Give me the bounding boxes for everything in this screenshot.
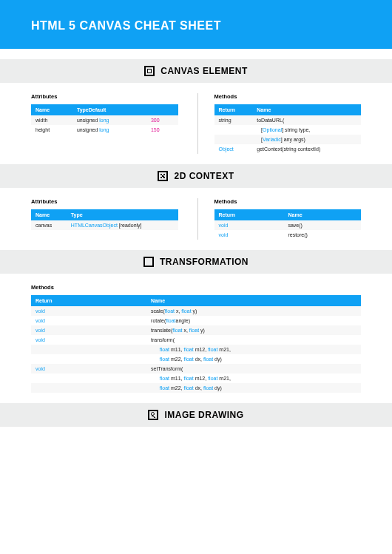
col-type: Type — [67, 209, 178, 220]
transformation-methods-panel: Methods ReturnName voidscale(float x, fl… — [31, 284, 361, 393]
col-return: Return — [214, 209, 284, 220]
col-name: Name — [146, 295, 361, 306]
section-label: IMAGE DRAWING — [164, 410, 243, 420]
table-row: float m11, float m12, float m21, — [31, 345, 361, 354]
section-2d-context: 2D CONTEXT — [0, 164, 392, 188]
context-attributes-panel: Attributes NameType canvasHTMLCanvasObje… — [31, 198, 178, 240]
table-row: float m11, float m12, float m21, — [31, 374, 361, 383]
page-title: HTML 5 CANVAS CHEAT SHEET — [0, 0, 392, 49]
attributes-heading: Attributes — [31, 93, 178, 100]
table-row: canvasHTMLCanvasObject [readonly] — [31, 220, 178, 230]
canvas-methods-table: ReturnName stringtoDataURL( [Optional] s… — [214, 104, 362, 154]
context-methods-panel: Methods ReturnName voidsave() voidrestor… — [197, 198, 362, 240]
col-name: Name — [252, 104, 361, 115]
section-label: CANVAS ELEMENT — [160, 66, 247, 76]
col-name: Name — [31, 104, 72, 115]
table-row: voidrestore() — [214, 230, 362, 240]
table-row: voidsave() — [214, 220, 362, 230]
section-label: TRANSFORMATION — [160, 257, 249, 267]
methods-heading: Methods — [214, 198, 362, 205]
context-attributes-table: NameType canvasHTMLCanvasObject [readonl… — [31, 209, 178, 230]
methods-heading: Methods — [31, 284, 361, 291]
image-drawing-icon — [148, 410, 158, 420]
table-row: stringtoDataURL( — [214, 115, 362, 125]
section-image-drawing: IMAGE DRAWING — [0, 403, 392, 427]
col-name: Name — [31, 209, 67, 220]
attributes-heading: Attributes — [31, 198, 178, 205]
section-label: 2D CONTEXT — [174, 171, 234, 181]
table-row: voidtranslate(float x, float y) — [31, 325, 361, 335]
context-methods-table: ReturnName voidsave() voidrestore() — [214, 209, 362, 240]
section-transformation: TRANSFORMATION — [0, 250, 392, 274]
table-row: voidsetTransform( — [31, 364, 361, 374]
table-row: [Optional] string type, — [214, 125, 362, 135]
canvas-attributes-panel: Attributes NameTypeDefault widthunsigned… — [31, 93, 178, 154]
transformation-methods-table: ReturnName voidscale(float x, float y) v… — [31, 295, 361, 393]
methods-heading: Methods — [214, 93, 362, 100]
canvas-attributes-table: NameTypeDefault widthunsigned long300 he… — [31, 104, 178, 135]
table-row: widthunsigned long300 — [31, 115, 178, 125]
table-row: float m22, float dx, float dy) — [31, 354, 361, 364]
table-row: heightunsigned long150 — [31, 125, 178, 135]
table-row: voidscale(float x, float y) — [31, 306, 361, 316]
context-icon — [158, 171, 168, 181]
canvas-methods-panel: Methods ReturnName stringtoDataURL( [Opt… — [197, 93, 362, 154]
table-row: [Variadic] any args) — [214, 135, 362, 144]
table-row: voidrotate(floatangle) — [31, 316, 361, 325]
canvas-element-icon — [144, 66, 155, 76]
transformation-icon — [143, 257, 154, 267]
col-name: Name — [283, 209, 361, 220]
col-typedefault: TypeDefault — [72, 104, 146, 115]
table-row: float m22, float dx, float dy) — [31, 383, 361, 393]
col-return: Return — [31, 295, 146, 306]
section-canvas-element: CANVAS ELEMENT — [0, 59, 392, 83]
table-row: ObjectgetContext(string contextId) — [214, 144, 362, 154]
col-return: Return — [214, 104, 253, 115]
table-row: voidtransform( — [31, 335, 361, 345]
